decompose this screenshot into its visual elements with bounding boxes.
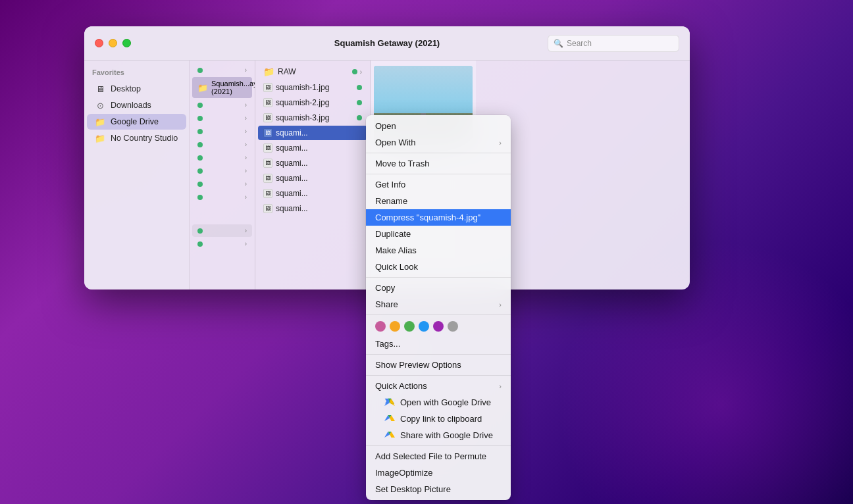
list-item[interactable]: 🖼 squami... (258, 126, 367, 140)
menu-item-move-to-trash[interactable]: Move to Trash (366, 155, 511, 172)
list-item[interactable]: › (192, 99, 252, 111)
folder-label: Squamish...ay (2021) (211, 80, 255, 95)
sidebar-item-downloads[interactable]: ⊙ Downloads (87, 97, 186, 113)
menu-sub-item-copy-link[interactable]: Copy link to clipboard (366, 411, 511, 427)
list-item[interactable]: › (192, 125, 252, 138)
chevron-right-icon: › (499, 139, 502, 147)
chevron-right-icon: › (245, 114, 247, 122)
menu-item-label: Show Preview Options (375, 360, 461, 370)
sync-dot (357, 115, 362, 120)
menu-item-quick-look[interactable]: Quick Look (366, 259, 511, 275)
close-button[interactable] (95, 39, 103, 47)
sidebar-item-no-country-studio[interactable]: 📁 No Country Studio (87, 130, 186, 146)
file-label: squamish-2.jpg (276, 98, 329, 107)
no-country-studio-icon: 📁 (95, 133, 105, 143)
sync-dot (197, 116, 203, 121)
chevron-right-icon: › (499, 382, 502, 390)
list-item[interactable]: › (192, 164, 252, 177)
sidebar-item-google-drive[interactable]: 📁 Google Drive (87, 114, 186, 130)
color-tag-violet[interactable] (433, 321, 444, 332)
list-item[interactable]: 🖼 squami... (258, 156, 367, 170)
list-item[interactable]: 🖼 squamish-3.jpg (258, 111, 367, 125)
file-label: squami... (276, 128, 308, 138)
list-item[interactable]: › (192, 151, 252, 164)
menu-item-label: ImageOptimize (375, 468, 432, 478)
list-item[interactable]: › (192, 238, 252, 250)
menu-separator (366, 315, 511, 315)
list-item[interactable]: 🖼 squami... (258, 201, 367, 216)
menu-sub-item-share-google-drive[interactable]: Share with Google Drive (366, 427, 511, 443)
color-tags-row (366, 317, 511, 336)
google-drive-share-icon (384, 430, 395, 441)
list-item[interactable]: › (192, 191, 252, 203)
menu-item-label: Copy (375, 283, 395, 293)
menu-separator (366, 174, 511, 174)
list-item[interactable]: 📁 RAW › (258, 64, 367, 80)
list-item[interactable]: › (192, 64, 252, 76)
list-item[interactable]: › (192, 112, 252, 124)
title-bar: Squamish Getaway (2021) 🔍 Search (84, 26, 690, 61)
list-item[interactable]: › (192, 224, 252, 237)
menu-sub-item-open-google-drive[interactable]: Open with Google Drive (366, 394, 511, 411)
list-item[interactable]: › (192, 138, 252, 151)
preview-sky (374, 66, 473, 113)
search-bar[interactable]: 🔍 Search (548, 35, 679, 52)
sidebar-item-desktop[interactable]: 🖥 Desktop (87, 81, 186, 97)
menu-item-open[interactable]: Open (366, 118, 511, 134)
file-icon: 🖼 (263, 98, 272, 107)
file-label: squami... (276, 174, 308, 183)
menu-item-set-desktop-picture[interactable]: Set Desktop Picture (366, 481, 511, 497)
menu-item-add-to-permute[interactable]: Add Selected File to Permute (366, 448, 511, 465)
file-icon: 🖼 (263, 128, 272, 138)
color-tag-green[interactable] (404, 321, 415, 332)
list-item[interactable]: › (192, 178, 252, 190)
menu-item-rename[interactable]: Rename (366, 193, 511, 209)
file-icon: 🖼 (263, 83, 272, 92)
menu-item-image-optimize[interactable]: ImageOptimize (366, 465, 511, 481)
color-tag-gray[interactable] (448, 321, 458, 332)
menu-item-label: Add Selected File to Permute (375, 451, 486, 461)
google-drive-icon (384, 397, 395, 408)
file-label: squamish-1.jpg (276, 83, 329, 92)
menu-item-label: Quick Actions (375, 381, 427, 391)
list-item[interactable]: 🖼 squami... (258, 141, 367, 155)
menu-item-make-alias[interactable]: Make Alias (366, 242, 511, 259)
color-tag-orange[interactable] (390, 321, 400, 332)
menu-separator (366, 445, 511, 446)
chevron-right-icon: › (245, 141, 247, 148)
menu-item-share[interactable]: Share › (366, 296, 511, 313)
file-label: squami... (276, 204, 308, 213)
context-menu: Open Open With › Move to Trash Get Info … (366, 115, 511, 500)
maximize-button[interactable] (122, 39, 131, 47)
sync-dot (197, 142, 203, 147)
menu-item-quick-actions[interactable]: Quick Actions › (366, 378, 511, 394)
chevron-right-icon: › (245, 193, 247, 201)
list-item[interactable]: 🖼 squami... (258, 186, 367, 201)
menu-item-label: Open With (375, 138, 415, 147)
file-icon: 🖼 (263, 159, 272, 168)
menu-sub-item-label: Copy link to clipboard (400, 414, 482, 424)
menu-item-copy[interactable]: Copy (366, 280, 511, 296)
sidebar-item-label: Downloads (111, 101, 151, 110)
menu-item-show-preview-options[interactable]: Show Preview Options (366, 357, 511, 373)
list-item[interactable]: 🖼 squamish-2.jpg (258, 95, 367, 110)
chevron-right-icon: › (245, 66, 247, 74)
list-item[interactable]: 🖼 squami... (258, 171, 367, 186)
file-label: RAW (278, 67, 296, 76)
minimize-button[interactable] (109, 39, 117, 47)
sync-dot (197, 168, 203, 174)
color-tag-purple[interactable] (375, 321, 386, 332)
window-title: Squamish Getaway (2021) (334, 38, 440, 48)
menu-item-open-with[interactable]: Open With › (366, 134, 511, 151)
menu-item-compress[interactable]: Compress "squamish-4.jpg" (366, 209, 511, 226)
menu-separator (366, 153, 511, 153)
menu-item-get-info[interactable]: Get Info (366, 176, 511, 193)
color-tag-blue[interactable] (419, 321, 429, 332)
file-icon: 🖼 (263, 143, 272, 153)
sync-dot (197, 68, 203, 73)
chevron-right-icon: › (245, 240, 247, 247)
menu-item-tags[interactable]: Tags... (366, 336, 511, 352)
list-item[interactable]: 📁 Squamish...ay (2021) › (192, 77, 252, 98)
list-item[interactable]: 🖼 squamish-1.jpg (258, 80, 367, 95)
menu-item-duplicate[interactable]: Duplicate (366, 226, 511, 242)
